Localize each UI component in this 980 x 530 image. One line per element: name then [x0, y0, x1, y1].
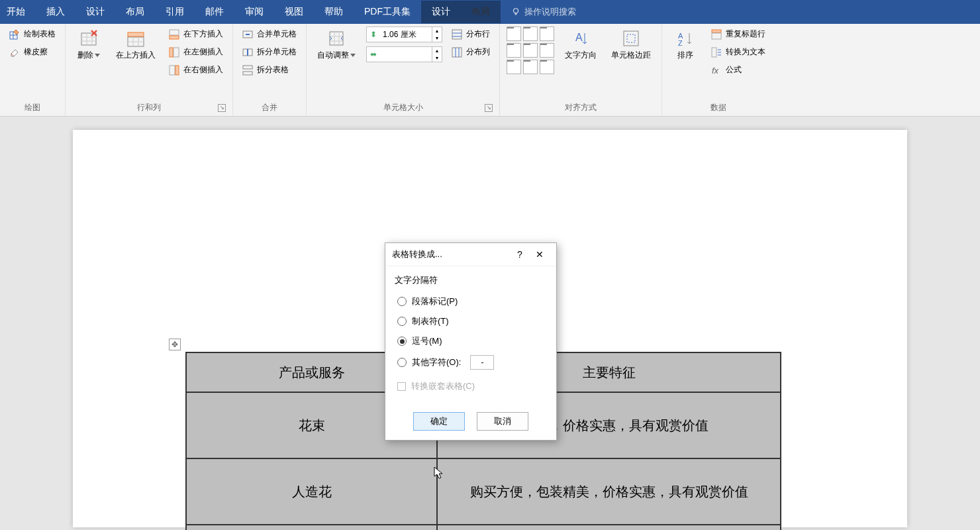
sort-button[interactable]: AZ 排序: [669, 26, 702, 62]
tab-layout[interactable]: 布局: [115, 1, 155, 23]
delete-table-icon: [79, 29, 98, 48]
radio-paragraph[interactable]: 段落标记(P): [395, 292, 547, 311]
width-down[interactable]: ▼: [432, 54, 442, 62]
group-label-draw: 绘图: [7, 99, 58, 115]
svg-rect-24: [712, 30, 721, 32]
insert-right-icon: [169, 65, 179, 76]
tab-insert[interactable]: 插入: [36, 1, 75, 23]
radio-comma[interactable]: 逗号(M): [395, 331, 547, 351]
alignment-grid: [507, 26, 554, 74]
tab-table-layout[interactable]: 布局: [461, 1, 501, 23]
text-direction-label: 文字方向: [565, 50, 597, 60]
rowscols-dialog-launcher[interactable]: ↘: [218, 104, 226, 112]
text-direction-button[interactable]: A 文字方向: [561, 26, 601, 62]
align-middle-center[interactable]: [523, 43, 538, 58]
group-label-data: 数据: [669, 99, 768, 115]
table-cell-r2c1[interactable]: 人造花: [186, 458, 437, 525]
chevron-down-icon: [350, 54, 356, 57]
insert-below-label: 在下方插入: [183, 28, 223, 40]
tab-mail[interactable]: 邮件: [195, 1, 234, 23]
merge-cells-button[interactable]: 合并单元格: [240, 26, 299, 42]
width-up[interactable]: ▲: [432, 47, 442, 54]
distribute-rows-label: 分布行: [466, 28, 490, 40]
insert-right-label: 在右侧插入: [183, 64, 223, 76]
cancel-button[interactable]: 取消: [477, 412, 528, 431]
svg-rect-26: [712, 48, 716, 57]
repeat-header-button[interactable]: 重复标题行: [709, 26, 768, 42]
table-move-handle[interactable]: ✥: [169, 339, 181, 350]
svg-rect-17: [452, 30, 462, 39]
distribute-cols-label: 分布列: [466, 46, 490, 58]
split-table-label: 拆分表格: [257, 64, 289, 76]
distribute-cols-icon: [452, 47, 462, 58]
formula-button[interactable]: fx 公式: [709, 62, 768, 78]
group-alignment: A 文字方向 单元格边距 对齐方式: [500, 24, 662, 116]
tab-table-design[interactable]: 设计: [421, 1, 461, 23]
radio-tab[interactable]: 制表符(T): [395, 311, 547, 331]
align-top-left[interactable]: [507, 26, 521, 41]
tab-references[interactable]: 引用: [155, 1, 195, 23]
svg-rect-15: [243, 72, 252, 75]
table-cell-r3c1[interactable]: 盆栽: [186, 525, 437, 530]
align-top-right[interactable]: [540, 26, 554, 41]
group-draw: 绘制表格 橡皮擦 绘图: [0, 24, 66, 116]
convert-to-text-label: 转换为文本: [726, 46, 765, 58]
radio-other[interactable]: 其他字符(O):: [395, 351, 547, 374]
svg-rect-8: [173, 48, 179, 57]
dialog-close-button[interactable]: ✕: [530, 249, 550, 260]
align-top-center[interactable]: [523, 26, 538, 41]
convert-to-text-button[interactable]: 转换为文本: [709, 44, 768, 60]
radio-comma-label: 逗号(M): [412, 335, 442, 347]
align-bottom-left[interactable]: [507, 60, 521, 74]
draw-table-button[interactable]: 绘制表格: [7, 26, 58, 42]
split-table-button[interactable]: 拆分表格: [240, 62, 299, 78]
cell-margins-button[interactable]: 单元格边距: [607, 26, 655, 62]
align-middle-left[interactable]: [507, 43, 521, 58]
height-up[interactable]: ▲: [432, 27, 442, 34]
row-height-spinner[interactable]: ⬍ ▲▼: [366, 26, 442, 42]
align-bottom-center[interactable]: [523, 60, 538, 74]
cellsize-dialog-launcher[interactable]: ↘: [485, 104, 493, 112]
split-cells-button[interactable]: 拆分单元格: [240, 44, 299, 60]
merge-cells-label: 合并单元格: [257, 28, 297, 40]
svg-rect-1: [515, 13, 517, 15]
col-width-input[interactable]: [380, 50, 432, 59]
distribute-cols-button[interactable]: 分布列: [449, 44, 493, 60]
tab-start[interactable]: 开始: [3, 1, 36, 23]
insert-right-button[interactable]: 在右侧插入: [166, 62, 226, 78]
cell-margins-label: 单元格边距: [611, 50, 651, 60]
insert-left-button[interactable]: 在左侧插入: [166, 44, 226, 60]
tab-help[interactable]: 帮助: [314, 1, 354, 23]
insert-above-button[interactable]: 在上方插入: [112, 26, 160, 62]
radio-icon: [397, 358, 407, 367]
dialog-help-button[interactable]: ?: [510, 249, 530, 260]
ok-button[interactable]: 确定: [413, 412, 465, 431]
tab-design[interactable]: 设计: [75, 1, 115, 23]
convert-text-icon: [711, 47, 722, 58]
autofit-button[interactable]: 自动调整: [313, 26, 360, 62]
other-char-input[interactable]: [470, 355, 494, 370]
svg-rect-14: [243, 66, 252, 69]
row-height-input[interactable]: [380, 30, 432, 39]
radio-tab-label: 制表符(T): [412, 315, 449, 327]
tell-me-search[interactable]: 操作说明搜索: [501, 6, 587, 18]
tab-review[interactable]: 审阅: [234, 1, 274, 23]
align-middle-right[interactable]: [540, 43, 554, 58]
height-down[interactable]: ▼: [432, 34, 442, 42]
distribute-rows-button[interactable]: 分布行: [449, 26, 493, 42]
tab-view[interactable]: 视图: [274, 1, 314, 23]
insert-below-button[interactable]: 在下方插入: [166, 26, 226, 42]
col-width-spinner[interactable]: ⬌ ▲▼: [366, 46, 442, 62]
dialog-titlebar[interactable]: 表格转换成... ? ✕: [385, 243, 556, 266]
table-cell-r3c2[interactable]: 购买方便，价格实惠，具有观赏价值: [437, 525, 781, 530]
table-cell-r2c2[interactable]: 购买方便，包装精美，价格实惠，具有观赏价值: [437, 458, 781, 525]
eraser-button[interactable]: 橡皮擦: [7, 44, 58, 60]
document-area: ✥ 产品或服务 主要特征 花束 装精美，价格实惠，具有观赏价值 人造花 购买方便…: [0, 117, 980, 530]
pencil-grid-icon: [9, 29, 20, 40]
svg-rect-20: [624, 31, 638, 46]
delete-button[interactable]: 删除: [72, 26, 105, 62]
group-label-merge: 合并: [240, 99, 299, 115]
tab-pdf-tools[interactable]: PDF工具集: [354, 1, 421, 23]
align-bottom-right[interactable]: [540, 60, 554, 74]
height-icon: ⬍: [367, 30, 380, 39]
